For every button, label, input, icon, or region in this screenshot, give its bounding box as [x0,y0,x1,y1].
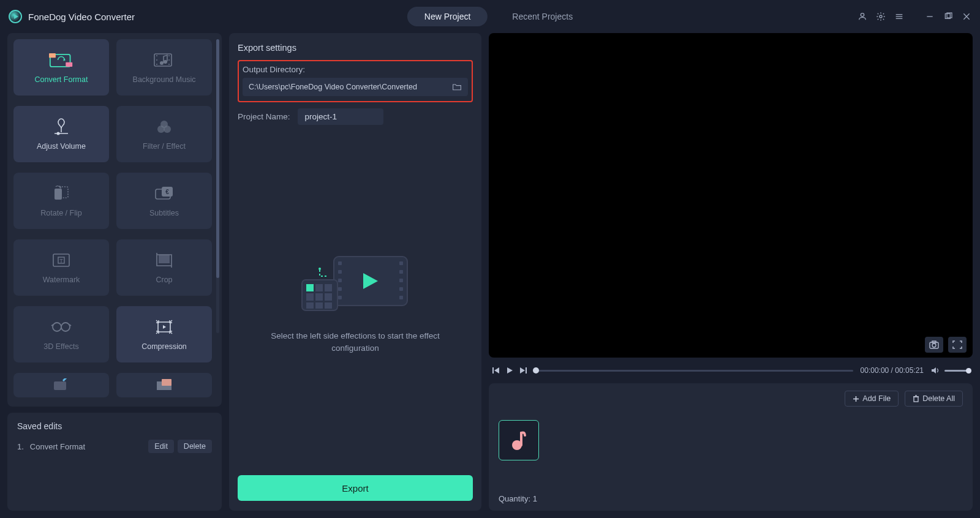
svg-rect-55 [399,270,403,274]
project-name-label: Project Name: [238,112,290,121]
tile-subtitles[interactable]: € Subtitles [116,173,212,229]
music-icon [152,51,176,69]
add-file-button[interactable]: Add File [845,391,899,407]
tile-label: Adjust Volume [37,142,86,151]
svg-point-69 [318,268,321,270]
playbar: 00:00:00 / 00:05:21 [489,365,973,376]
effects-scrollbar[interactable] [216,39,219,333]
svg-rect-81 [914,397,918,402]
rotate-icon [49,184,74,203]
fullscreen-button[interactable] [948,337,967,353]
tab-new-project[interactable]: New Project [407,7,488,26]
output-directory-input[interactable]: C:\Users\pc\FoneDog Video Converter\Conv… [243,78,468,96]
add-file-label: Add File [862,394,891,403]
tile-label: Compression [141,342,187,351]
svg-rect-60 [306,284,314,291]
svg-rect-45 [54,381,66,390]
svg-point-18 [168,55,170,56]
output-directory-value: C:\Users\pc\FoneDog Video Converter\Conv… [249,83,452,91]
tile-crop[interactable]: Crop [116,239,212,296]
volume-control [931,366,969,375]
tile-convert-format[interactable]: Convert Format [13,39,109,96]
sidebar: Convert Format Background Music Adjust V… [7,33,222,511]
svg-rect-11 [49,53,56,58]
tile-label: Crop [156,276,172,284]
file-list-panel: Add File Delete All Quantity: 1 [489,383,973,511]
app-title: FoneDog Video Converter [28,12,135,22]
convert-icon [49,51,74,69]
svg-text:T: T [59,258,63,264]
svg-rect-77 [526,367,527,373]
svg-rect-57 [399,287,403,291]
account-icon[interactable] [858,12,867,21]
tile-rotate-flip[interactable]: Rotate / Flip [13,173,109,229]
project-name-input[interactable]: project-1 [298,108,383,125]
delete-all-label: Delete All [922,394,955,403]
tile-compression[interactable]: Compression [116,306,212,362]
file-thumbnail[interactable] [499,420,539,460]
minimize-icon[interactable] [925,12,935,21]
tab-recent-projects[interactable]: Recent Projects [512,12,573,21]
tile-3d-effects[interactable]: 3D Effects [13,306,109,362]
svg-rect-63 [306,293,314,301]
svg-point-15 [156,55,157,56]
maximize-icon[interactable] [943,12,953,21]
delete-button[interactable]: Delete [178,440,212,453]
tile-background-music[interactable]: Background Music [116,39,212,96]
svg-rect-56 [399,279,403,282]
svg-point-40 [61,323,70,331]
svg-point-20 [168,64,170,65]
tile-adjust-volume[interactable]: Adjust Volume [13,106,109,162]
svg-rect-50 [338,270,342,274]
saved-edits-panel: Saved edits 1. Convert Format Edit Delet… [7,413,222,511]
thumbnails [499,420,963,460]
output-directory-box: Output Directory: C:\Users\pc\FoneDog Vi… [238,60,473,102]
volume-slider[interactable] [944,370,969,372]
delete-all-button[interactable]: Delete All [905,391,963,407]
seek-track[interactable] [534,370,853,372]
svg-marker-75 [507,367,513,373]
svg-point-0 [861,13,864,17]
volume-icon [49,118,74,136]
svg-rect-51 [338,279,342,282]
speaker-icon[interactable] [931,366,940,375]
folder-icon [152,376,176,394]
svg-rect-64 [315,293,323,301]
browse-folder-icon[interactable] [452,83,462,91]
timecode: 00:00:00 / 00:05:21 [861,366,924,375]
tile-label: Watermark [43,276,80,284]
svg-point-39 [53,323,61,331]
edit-button[interactable]: Edit [148,440,174,453]
tile-partial-2[interactable] [116,373,212,397]
svg-point-17 [156,64,157,65]
snapshot-button[interactable] [925,337,943,353]
svg-rect-62 [325,284,332,291]
effects-panel: Convert Format Background Music Adjust V… [7,33,222,407]
svg-rect-73 [492,367,494,373]
3d-icon [49,318,74,336]
effects-placeholder-icon [297,246,413,319]
next-button[interactable] [519,367,527,374]
compress-icon [152,318,176,336]
crop-icon [152,251,176,269]
tabs: New Project Recent Projects [407,7,573,26]
tile-label: Subtitles [149,209,179,217]
svg-rect-12 [66,62,72,67]
settings-icon[interactable] [876,12,886,21]
prev-button[interactable] [492,367,500,374]
video-preview[interactable] [489,33,973,358]
svg-marker-44 [163,325,166,329]
tile-partial-1[interactable] [13,373,109,397]
play-button[interactable] [506,367,513,374]
menu-icon[interactable] [894,12,904,21]
svg-rect-49 [338,261,342,265]
tile-label: Background Music [133,75,196,84]
close-icon[interactable] [962,12,971,21]
svg-point-28 [164,126,171,133]
tile-label: Filter / Effect [143,142,186,151]
export-button[interactable]: Export [238,475,473,501]
tile-label: Convert Format [35,75,88,84]
svg-point-22 [164,60,167,64]
tile-filter-effect[interactable]: Filter / Effect [116,106,212,162]
tile-watermark[interactable]: T Watermark [13,239,109,296]
